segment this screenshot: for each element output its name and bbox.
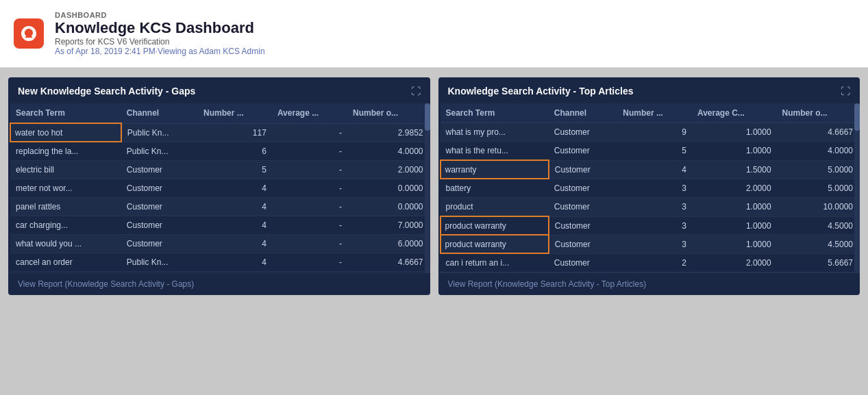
top-articles-col-number: Number ...: [617, 103, 692, 123]
panel-top-articles-title: Knowledge Search Activity - Top Articles: [448, 86, 634, 97]
top-row-average: 1.0000: [692, 198, 777, 217]
top-row-number: 3: [617, 198, 692, 217]
top-row-channel: Customer: [549, 160, 617, 179]
top-row-numbero: 5.0000: [777, 179, 858, 198]
top-row-term: product: [441, 198, 549, 217]
panel-gaps-footer[interactable]: View Report (Knowledge Search Activity -…: [8, 272, 430, 295]
expand-gaps-icon[interactable]: ⛶: [411, 86, 421, 97]
top-row-channel: Customer: [549, 179, 617, 198]
gaps-row-channel: Public Kn...: [121, 123, 198, 142]
top-row-term: can i return an i...: [441, 253, 549, 272]
top-articles-header-row: Search Term Channel Number ... Average C…: [441, 103, 859, 123]
page-title: Knowledge KCS Dashboard: [55, 19, 265, 37]
main-content: New Knowledge Search Activity - Gaps ⛶ S…: [0, 68, 868, 305]
top-articles-col-channel: Channel: [549, 103, 617, 123]
top-row-average: 1.0000: [692, 235, 777, 253]
top-row-channel: Customer: [549, 142, 617, 161]
gaps-col-number: Number ...: [198, 103, 272, 123]
gaps-row-numbero: 2.0000: [347, 161, 428, 179]
table-row: warrantyCustomer41.50005.0000: [441, 160, 859, 179]
top-row-number: 2: [617, 253, 692, 272]
top-row-channel: Customer: [549, 123, 617, 142]
gaps-row-numbero: 4.0000: [347, 142, 428, 161]
panel-top-articles: Knowledge Search Activity - Top Articles…: [438, 77, 860, 295]
gaps-row-channel: Customer: [121, 161, 198, 179]
scroll-thumb-left[interactable]: [425, 103, 430, 131]
table-row: batteryCustomer32.00005.0000: [441, 179, 859, 198]
top-row-average: 1.5000: [692, 160, 777, 179]
header-date: As of Apr 18, 2019 2:41 PM·Viewing as Ad…: [55, 47, 265, 56]
gaps-row-term: car charging...: [10, 216, 121, 235]
top-row-number: 3: [617, 235, 692, 253]
gaps-table-header-row: Search Term Channel Number ... Average .…: [10, 103, 429, 123]
gaps-row-channel: Customer: [121, 235, 198, 253]
top-row-average: 1.0000: [692, 123, 777, 142]
gaps-row-numbero: 0.0000: [347, 198, 428, 216]
top-row-term: what is my pro...: [441, 123, 549, 142]
top-row-numbero: 5.6667: [777, 253, 858, 272]
top-row-channel: Customer: [549, 198, 617, 217]
table-row: product warrantyCustomer31.00004.5000: [441, 235, 859, 253]
gaps-row-number: 6: [198, 142, 272, 161]
top-row-number: 3: [617, 216, 692, 235]
table-row: cancel an orderPublic Kn...4-4.6667: [10, 253, 429, 272]
top-row-average: 1.0000: [692, 142, 777, 161]
top-articles-col-term: Search Term: [441, 103, 549, 123]
gaps-row-average: -: [272, 253, 347, 272]
gaps-row-channel: Customer: [121, 198, 198, 216]
top-row-numbero: 4.0000: [777, 142, 858, 161]
top-row-channel: Customer: [549, 253, 617, 272]
gaps-row-numbero: 4.6667: [347, 253, 428, 272]
gaps-row-average: -: [272, 235, 347, 253]
top-row-numbero: 10.0000: [777, 198, 858, 217]
table-row: can i return an i...Customer22.00005.666…: [441, 253, 859, 272]
gaps-row-numbero: 7.0000: [347, 216, 428, 235]
gaps-row-numbero: 6.0000: [347, 235, 428, 253]
gaps-col-channel: Channel: [121, 103, 198, 123]
expand-top-articles-icon[interactable]: ⛶: [841, 86, 850, 97]
gaps-row-average: -: [272, 179, 347, 198]
gaps-row-term: water too hot: [10, 123, 121, 142]
page-header: DASHBOARD Knowledge KCS Dashboard Report…: [0, 0, 868, 68]
gaps-row-number: 4: [198, 253, 272, 272]
gaps-row-channel: Public Kn...: [121, 253, 198, 272]
gaps-row-numbero: 2.9852: [347, 123, 428, 142]
top-row-average: 1.0000: [692, 216, 777, 235]
panel-top-articles-footer[interactable]: View Report (Knowledge Search Activity -…: [438, 272, 860, 295]
gaps-row-average: -: [272, 216, 347, 235]
gaps-row-term: meter not wor...: [10, 179, 121, 198]
top-row-term: product warranty: [441, 235, 549, 253]
app-logo: [14, 18, 44, 49]
top-row-numbero: 4.5000: [777, 235, 858, 253]
scroll-thumb-right[interactable]: [854, 103, 860, 131]
gaps-col-numbero: Number o...: [347, 103, 428, 123]
top-articles-table: Search Term Channel Number ... Average C…: [440, 103, 859, 272]
table-row: panel rattlesCustomer4-0.0000: [10, 198, 429, 216]
panel-top-articles-header: Knowledge Search Activity - Top Articles…: [438, 77, 860, 103]
top-row-average: 2.0000: [692, 179, 777, 198]
top-row-number: 3: [617, 179, 692, 198]
gaps-row-number: 4: [198, 235, 272, 253]
top-articles-col-numbero: Number o...: [777, 103, 858, 123]
panel-gaps-header: New Knowledge Search Activity - Gaps ⛶: [8, 77, 430, 103]
top-row-numbero: 5.0000: [777, 160, 858, 179]
gaps-col-average: Average ...: [272, 103, 347, 123]
gaps-row-term: panel rattles: [10, 198, 121, 216]
gaps-row-number: 4: [198, 216, 272, 235]
table-row: electric billCustomer5-2.0000: [10, 161, 429, 179]
top-row-numbero: 4.5000: [777, 216, 858, 235]
table-row: productCustomer31.000010.0000: [441, 198, 859, 217]
top-articles-col-average: Average C...: [692, 103, 777, 123]
gaps-row-average: -: [272, 142, 347, 161]
table-row: water too hotPublic Kn...117-2.9852: [10, 123, 429, 142]
gaps-row-number: 5: [198, 161, 272, 179]
top-row-number: 9: [617, 123, 692, 142]
top-row-numbero: 4.6667: [777, 123, 858, 142]
gaps-row-term: what would you ...: [10, 235, 121, 253]
gaps-row-average: -: [272, 123, 347, 142]
table-row: replacing the la...Public Kn...6-4.0000: [10, 142, 429, 161]
scroll-track-right[interactable]: [854, 103, 860, 272]
scroll-track-left[interactable]: [425, 103, 430, 272]
gaps-table: Search Term Channel Number ... Average .…: [10, 103, 429, 272]
table-row: what is my pro...Customer91.00004.6667: [441, 123, 859, 142]
